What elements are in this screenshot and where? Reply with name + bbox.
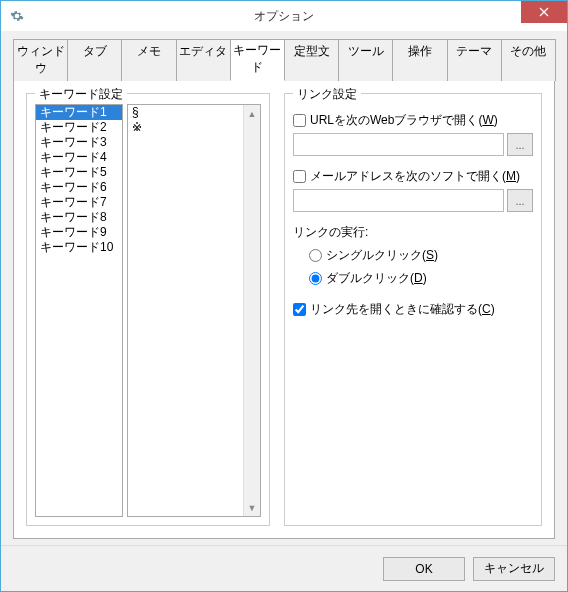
tab-template[interactable]: 定型文 (284, 39, 339, 81)
tab-tab[interactable]: タブ (67, 39, 122, 81)
open-mail-label: メールアドレスを次のソフトで開く(M) (310, 168, 520, 185)
list-item[interactable]: キーワード6 (36, 180, 122, 195)
tab-other[interactable]: その他 (501, 39, 556, 81)
tab-operation[interactable]: 操作 (392, 39, 447, 81)
link-settings-group: リンク設定 URLを次のWebブラウザで開く(W) ... メールアドレスを次の… (284, 93, 542, 526)
list-item[interactable]: キーワード9 (36, 225, 122, 240)
list-item[interactable]: ※ (128, 120, 260, 135)
confirm-checkbox[interactable] (293, 303, 306, 316)
confirm-check-row[interactable]: リンク先を開くときに確認する(C) (293, 301, 533, 318)
tab-window[interactable]: ウィンドウ (13, 39, 68, 81)
open-browser-label: URLを次のWebブラウザで開く(W) (310, 112, 498, 129)
list-item[interactable]: キーワード3 (36, 135, 122, 150)
mail-path-input[interactable] (293, 189, 504, 212)
keyword-settings-group: キーワード設定 キーワード1 キーワード2 キーワード3 キーワード4 キーワー… (26, 93, 270, 526)
radio-single-row[interactable]: シングルクリック(S) (309, 247, 533, 264)
radio-double[interactable] (309, 272, 322, 285)
browse-mail-button[interactable]: ... (507, 189, 533, 212)
scrollbar[interactable]: ▲ ▼ (243, 105, 260, 516)
window-title: オプション (1, 8, 567, 25)
list-item[interactable]: キーワード5 (36, 165, 122, 180)
tab-memo[interactable]: メモ (121, 39, 176, 81)
keyword-lists-row: キーワード1 キーワード2 キーワード3 キーワード4 キーワード5 キーワード… (35, 104, 261, 517)
cancel-button[interactable]: キャンセル (473, 557, 555, 581)
titlebar: オプション (1, 1, 567, 31)
options-dialog: オプション ウィンドウ タブ メモ エディタ キーワード 定型文 ツール 操作 … (0, 0, 568, 592)
radio-single-label: シングルクリック(S) (326, 247, 438, 264)
symbol-listbox[interactable]: § ※ ▲ ▼ (127, 104, 261, 517)
tab-strip: ウィンドウ タブ メモ エディタ キーワード 定型文 ツール 操作 テーマ その… (13, 39, 555, 81)
radio-double-label: ダブルクリック(D) (326, 270, 427, 287)
open-mail-checkbox[interactable] (293, 170, 306, 183)
list-item[interactable]: § (128, 105, 260, 120)
list-item[interactable]: キーワード10 (36, 240, 122, 255)
open-browser-checkbox[interactable] (293, 114, 306, 127)
tab-panel: キーワード設定 キーワード1 キーワード2 キーワード3 キーワード4 キーワー… (13, 80, 555, 539)
client-area: ウィンドウ タブ メモ エディタ キーワード 定型文 ツール 操作 テーマ その… (1, 31, 567, 545)
browse-browser-button[interactable]: ... (507, 133, 533, 156)
link-exec-label: リンクの実行: (293, 224, 533, 241)
browser-path-row: ... (293, 133, 533, 156)
ok-button[interactable]: OK (383, 557, 465, 581)
list-item[interactable]: キーワード8 (36, 210, 122, 225)
keyword-listbox[interactable]: キーワード1 キーワード2 キーワード3 キーワード4 キーワード5 キーワード… (35, 104, 123, 517)
dialog-footer: OK キャンセル (1, 545, 567, 591)
scroll-down-icon[interactable]: ▼ (244, 499, 260, 516)
tab-tool[interactable]: ツール (338, 39, 393, 81)
list-item[interactable]: キーワード1 (36, 105, 122, 120)
tab-theme[interactable]: テーマ (447, 39, 502, 81)
open-mail-check-row[interactable]: メールアドレスを次のソフトで開く(M) (293, 168, 533, 185)
tab-editor[interactable]: エディタ (176, 39, 231, 81)
link-legend: リンク設定 (293, 86, 361, 103)
scroll-up-icon[interactable]: ▲ (244, 105, 260, 122)
tab-keyword[interactable]: キーワード (230, 39, 285, 81)
list-item[interactable]: キーワード2 (36, 120, 122, 135)
open-browser-check-row[interactable]: URLを次のWebブラウザで開く(W) (293, 112, 533, 129)
radio-single[interactable] (309, 249, 322, 262)
gear-icon (9, 8, 25, 24)
confirm-label: リンク先を開くときに確認する(C) (310, 301, 495, 318)
close-button[interactable] (521, 1, 567, 23)
browser-path-input[interactable] (293, 133, 504, 156)
list-item[interactable]: キーワード7 (36, 195, 122, 210)
mail-path-row: ... (293, 189, 533, 212)
radio-double-row[interactable]: ダブルクリック(D) (309, 270, 533, 287)
keyword-legend: キーワード設定 (35, 86, 127, 103)
list-item[interactable]: キーワード4 (36, 150, 122, 165)
